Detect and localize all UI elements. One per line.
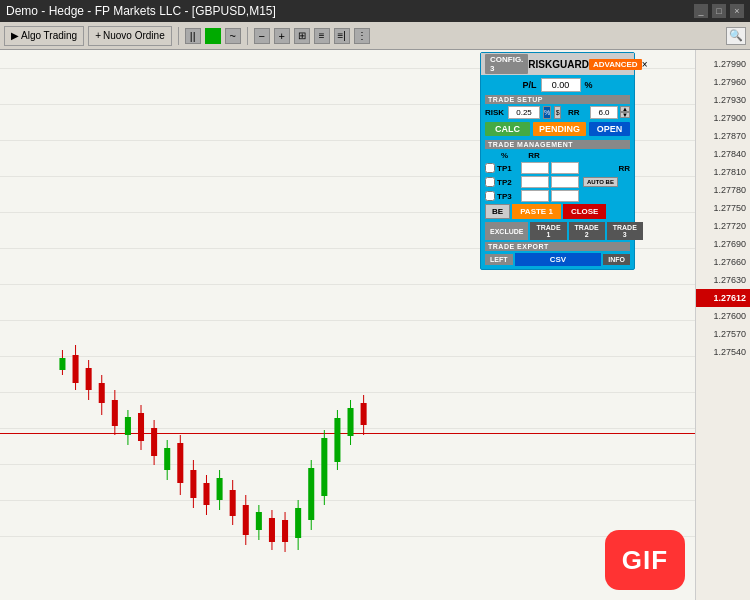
price-label: 1.27690 <box>696 235 750 253</box>
wave-icon[interactable]: ~ <box>225 28 241 44</box>
toolbar: ▶ Algo Trading + Nuovo Ordine || ~ − + ⊞… <box>0 22 750 50</box>
svg-rect-13 <box>138 413 144 441</box>
price-axis: 1.27990 1.27960 1.27930 1.27900 1.27870 … <box>695 50 750 600</box>
zoom-out-icon[interactable]: − <box>254 28 270 44</box>
window-controls[interactable]: _ □ × <box>694 4 744 18</box>
config-tab[interactable]: CONFIG. 3 <box>485 54 528 74</box>
maximize-button[interactable]: □ <box>712 4 726 18</box>
tp2-percent-input[interactable] <box>521 176 549 188</box>
price-label: 1.27870 <box>696 127 750 145</box>
advanced-badge[interactable]: ADVANCED <box>589 59 642 70</box>
price-label: 1.27600 <box>696 307 750 325</box>
rr-input[interactable] <box>590 106 618 119</box>
rr-stepper[interactable]: ▲ ▼ <box>620 106 630 119</box>
pa-label: P/L <box>522 80 536 90</box>
svg-rect-31 <box>256 512 262 530</box>
title-bar: Demo - Hedge - FP Markets LLC - [GBPUSD,… <box>0 0 750 22</box>
bar-chart-icon[interactable]: ≡ <box>314 28 330 44</box>
trade3-button[interactable]: TRADE 3 <box>607 222 643 240</box>
svg-rect-17 <box>164 448 170 470</box>
auto-be-button[interactable]: AUTO BE <box>583 177 618 187</box>
tp3-row: TP3 <box>485 190 630 202</box>
nuovo-ordine-button[interactable]: + Nuovo Ordine <box>88 26 172 46</box>
minimize-button[interactable]: _ <box>694 4 708 18</box>
exclude-button[interactable]: EXCLUDE <box>485 222 528 240</box>
tp1-percent-input[interactable] <box>521 162 549 174</box>
svg-rect-23 <box>203 483 209 505</box>
calc-button[interactable]: CALC <box>485 122 530 136</box>
svg-rect-21 <box>190 470 196 498</box>
svg-rect-19 <box>177 443 183 483</box>
trade2-button[interactable]: TRADE 2 <box>569 222 605 240</box>
panel-close-button[interactable]: × <box>642 59 648 70</box>
percent-unit-button[interactable]: % <box>543 106 551 119</box>
csv-button[interactable]: CSV <box>515 253 602 266</box>
price-label: 1.27540 <box>696 343 750 361</box>
export-row: LEFT CSV INFO <box>485 253 630 266</box>
price-label: 1.27840 <box>696 145 750 163</box>
riskguard-panel: CONFIG. 3 RISKGUARD ADVANCED × P/L % TRA… <box>480 52 635 270</box>
left-export-button[interactable]: LEFT <box>485 254 513 265</box>
price-label: 1.27990 <box>696 55 750 73</box>
rr-down-button[interactable]: ▼ <box>620 112 630 118</box>
dollar-unit-button[interactable]: $ <box>554 106 561 119</box>
svg-rect-7 <box>99 383 105 403</box>
svg-rect-33 <box>269 518 275 542</box>
price-label: 1.27810 <box>696 163 750 181</box>
tp1-row: TP1 RR <box>485 162 630 174</box>
tp1-checkbox[interactable] <box>485 163 495 173</box>
panel-title: RISKGUARD <box>528 59 589 70</box>
toolbar-separator-2 <box>247 27 248 45</box>
price-label: 1.27630 <box>696 271 750 289</box>
svg-rect-29 <box>243 505 249 535</box>
pa-input[interactable] <box>541 78 581 92</box>
tp1-rr-input[interactable] <box>551 162 579 174</box>
price-label: 1.27750 <box>696 199 750 217</box>
panel-header: CONFIG. 3 RISKGUARD ADVANCED × <box>481 53 634 75</box>
zoom-in-icon[interactable]: + <box>274 28 290 44</box>
action-buttons: CALC PENDING OPEN <box>485 122 630 136</box>
start-icon[interactable] <box>205 28 221 44</box>
pending-button[interactable]: PENDING <box>533 122 586 136</box>
main-area: CONFIG. 3 RISKGUARD ADVANCED × P/L % TRA… <box>0 50 750 600</box>
trade1-button[interactable]: TRADE 1 <box>530 222 566 240</box>
svg-rect-39 <box>308 468 314 520</box>
plus-icon: + <box>95 30 101 41</box>
svg-rect-15 <box>151 428 157 456</box>
more-tools-icon[interactable]: ⋮ <box>354 28 370 44</box>
svg-rect-5 <box>86 368 92 390</box>
close-window-button[interactable]: × <box>730 4 744 18</box>
tp2-checkbox[interactable] <box>485 177 495 187</box>
current-price-label: 1.27612 <box>696 289 750 307</box>
info-button[interactable]: INFO <box>603 254 630 265</box>
paste-button[interactable]: PASTE 1 <box>512 204 561 219</box>
grid-icon[interactable]: ⊞ <box>294 28 310 44</box>
svg-rect-27 <box>230 490 236 516</box>
svg-rect-35 <box>282 520 288 542</box>
gif-label: GIF <box>622 545 668 576</box>
mgmt-rr-col: RR <box>528 151 540 160</box>
candle-icon[interactable]: ≡| <box>334 28 350 44</box>
tp3-checkbox[interactable] <box>485 191 495 201</box>
open-button[interactable]: OPEN <box>589 122 630 136</box>
svg-rect-25 <box>217 478 223 500</box>
tp2-rr-input[interactable] <box>551 176 579 188</box>
search-button[interactable]: 🔍 <box>726 27 746 45</box>
tp3-rr-input[interactable] <box>551 190 579 202</box>
risk-input[interactable] <box>508 106 540 119</box>
bottom-buttons: BE PASTE 1 CLOSE <box>485 204 630 219</box>
tp3-percent-input[interactable] <box>521 190 549 202</box>
svg-rect-3 <box>73 355 79 383</box>
price-label: 1.27720 <box>696 217 750 235</box>
tp3-label: TP3 <box>497 192 519 201</box>
algo-trading-button[interactable]: ▶ Algo Trading <box>4 26 84 46</box>
svg-rect-47 <box>361 403 367 425</box>
panel-tabs: CONFIG. 3 <box>485 54 528 74</box>
rr-label: RR <box>568 108 588 117</box>
be-button[interactable]: BE <box>485 204 510 219</box>
chart-area[interactable]: CONFIG. 3 RISKGUARD ADVANCED × P/L % TRA… <box>0 50 695 600</box>
mgmt-percent-col: % <box>501 151 508 160</box>
indicator-icon[interactable]: || <box>185 28 201 44</box>
panel-body: P/L % TRADE SETUP RISK % $ RR ▲ <box>481 75 634 269</box>
close-trade-button[interactable]: CLOSE <box>563 204 607 219</box>
